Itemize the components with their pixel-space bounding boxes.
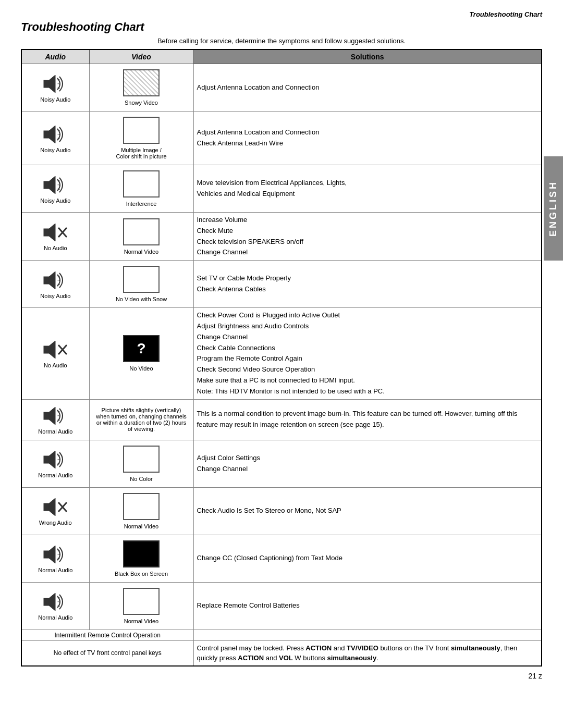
solution-item: Check television SPEAKERS on/off xyxy=(197,237,538,248)
bottom-row: No effect of TV front control panel keys… xyxy=(21,640,542,666)
solution-item: Change Channel xyxy=(197,332,538,343)
audio-cell: ~ ~ ~ Normal Audio xyxy=(21,582,89,630)
solution-item: Check Mute xyxy=(197,226,538,237)
audio-label: Noisy Audio xyxy=(40,147,70,153)
col-header-video: Video xyxy=(89,50,193,64)
solution-item: Program the Remote Control Again xyxy=(197,353,538,364)
audio-label: Wrong Audio xyxy=(39,520,72,526)
svg-rect-10 xyxy=(44,181,49,189)
solutions-cell: This is a normal condition to prevent im… xyxy=(193,399,542,440)
solution-item: Adjust Antenna Location and Connection xyxy=(197,127,538,138)
table-row: ~ ~ ~ Normal AudioPicture shifts slightl… xyxy=(21,399,542,440)
subtitle: Before calling for service, determine th… xyxy=(21,37,542,45)
solution-item: Set TV or Cable Mode Properly xyxy=(197,273,538,284)
table-row: ~ ~ ~ Noisy AudioMultiple Image /Color s… xyxy=(21,112,542,165)
svg-rect-42 xyxy=(44,551,49,558)
svg-rect-0 xyxy=(44,80,49,88)
solution-item: Note: This HDTV Monitor is not intended … xyxy=(197,386,538,397)
video-cell: Normal Video xyxy=(89,213,193,261)
svg-rect-5 xyxy=(44,131,49,138)
table-row: ~ ~ ~ Normal AudioBlack Box on ScreenCha… xyxy=(21,535,542,582)
audio-cell: ~ ~ ~ Normal Audio xyxy=(21,535,89,582)
solution-item: Adjust Antenna Location and Connection xyxy=(197,82,538,93)
svg-rect-47 xyxy=(44,598,49,606)
solution-item: Check Cable Connections xyxy=(197,343,538,354)
solution-item: Change Channel xyxy=(197,464,538,475)
audio-label: No Audio xyxy=(44,362,67,368)
audio-label: Noisy Audio xyxy=(40,198,70,204)
bottom-left-cell: No effect of TV front control panel keys xyxy=(21,640,193,666)
top-header: Troubleshooting Chart xyxy=(21,10,542,18)
video-cell: Picture shifts slightly (vertically)when… xyxy=(89,399,193,440)
solution-item: Check Antenna Cables xyxy=(197,284,538,295)
svg-marker-1 xyxy=(49,75,55,93)
svg-marker-48 xyxy=(49,593,55,611)
solutions-cell: Adjust Color SettingsChange Channel xyxy=(193,440,542,487)
video-cell: ?No Video xyxy=(89,308,193,399)
table-row: ~ ~ ~ Noisy AudioSnowy VideoAdjust Anten… xyxy=(21,64,542,112)
video-cell: Normal Video xyxy=(89,487,193,535)
audio-label: No Audio xyxy=(44,245,67,251)
svg-marker-29 xyxy=(49,407,55,425)
audio-cell: ~ ~ ~ Noisy Audio xyxy=(21,64,89,112)
table-row: Wrong AudioNormal VideoCheck Audio Is Se… xyxy=(21,487,542,535)
audio-cell: No Audio xyxy=(21,213,89,261)
video-cell: Normal Video xyxy=(89,582,193,630)
audio-cell: ~ ~ ~ Noisy Audio xyxy=(21,261,89,308)
svg-marker-25 xyxy=(49,341,55,359)
solution-item: Check Power Cord is Plugged into Active … xyxy=(197,310,538,321)
table-row: ~ ~ ~ Normal AudioNo ColorAdjust Color S… xyxy=(21,440,542,487)
svg-rect-15 xyxy=(44,229,49,236)
solution-item: Check Audio Is Set To Stereo or Mono, No… xyxy=(197,505,538,516)
audio-label: Normal Audio xyxy=(38,428,72,435)
audio-cell: Wrong Audio xyxy=(21,487,89,535)
col-header-audio: Audio xyxy=(21,50,89,64)
solutions-cell: Adjust Antenna Location and ConnectionCh… xyxy=(193,112,542,165)
audio-cell: ~ ~ ~ Normal Audio xyxy=(21,440,89,487)
svg-marker-6 xyxy=(49,126,55,143)
solutions-cell: Increase VolumeCheck MuteCheck televisio… xyxy=(193,213,542,261)
solution-item: Make sure that a PC is not connected to … xyxy=(197,375,538,386)
audio-label: Normal Audio xyxy=(38,614,72,621)
solutions-cell: Check Power Cord is Plugged into Active … xyxy=(193,308,542,399)
table-row: ~ ~ ~ Noisy AudioInterferenceMove televi… xyxy=(21,165,542,213)
svg-marker-43 xyxy=(49,546,55,563)
audio-label: Normal Audio xyxy=(38,567,72,573)
video-cell: Multiple Image /Color shift in picture xyxy=(89,112,193,165)
solutions-cell: Adjust Antenna Location and Connection xyxy=(193,64,542,112)
troubleshooting-table: Audio Video Solutions ~ ~ ~ Noisy AudioS… xyxy=(21,49,542,667)
page-title: Troubleshooting Chart xyxy=(21,20,542,34)
svg-rect-19 xyxy=(44,277,49,284)
svg-marker-34 xyxy=(49,451,55,468)
video-cell: Snowy Video xyxy=(89,64,193,112)
svg-marker-39 xyxy=(49,498,55,516)
solution-item: Change Channel xyxy=(197,247,538,258)
solution-item: Replace Remote Control Batteries xyxy=(197,600,538,611)
solutions-cell: Replace Remote Control Batteries xyxy=(193,582,542,630)
col-header-solutions: Solutions xyxy=(193,50,542,64)
video-cell: Black Box on Screen xyxy=(89,535,193,582)
extra-label-row: Intermittent Remote Control Operation xyxy=(21,630,542,640)
audio-label: Noisy Audio xyxy=(40,293,70,299)
solution-item: Move television from Electrical Applianc… xyxy=(197,178,538,189)
video-cell: No Color xyxy=(89,440,193,487)
table-row: No Audio?No VideoCheck Power Cord is Plu… xyxy=(21,308,542,399)
solution-item: Check Antenna Lead-in Wire xyxy=(197,138,538,149)
solution-item: Check Second Video Source Operation xyxy=(197,364,538,375)
solutions-cell: Change CC (Closed Captioning) from Text … xyxy=(193,535,542,582)
video-cell: Interference xyxy=(89,165,193,213)
solution-item: Increase Volume xyxy=(197,215,538,226)
audio-cell: ~ ~ ~ Noisy Audio xyxy=(21,165,89,213)
solution-item: Change CC (Closed Captioning) from Text … xyxy=(197,553,538,564)
audio-label: Normal Audio xyxy=(38,472,72,478)
table-row: No AudioNormal VideoIncrease VolumeCheck… xyxy=(21,213,542,261)
solutions-cell: Check Audio Is Set To Stereo or Mono, No… xyxy=(193,487,542,535)
video-cell: No Video with Snow xyxy=(89,261,193,308)
svg-rect-33 xyxy=(44,456,49,463)
table-row: ~ ~ ~ Noisy AudioNo Video with SnowSet T… xyxy=(21,261,542,308)
svg-marker-11 xyxy=(49,176,55,194)
audio-cell: No Audio xyxy=(21,308,89,399)
svg-rect-38 xyxy=(44,503,49,511)
side-label-english: ENGLISH xyxy=(544,156,563,261)
solution-item: Adjust Color Settings xyxy=(197,453,538,464)
